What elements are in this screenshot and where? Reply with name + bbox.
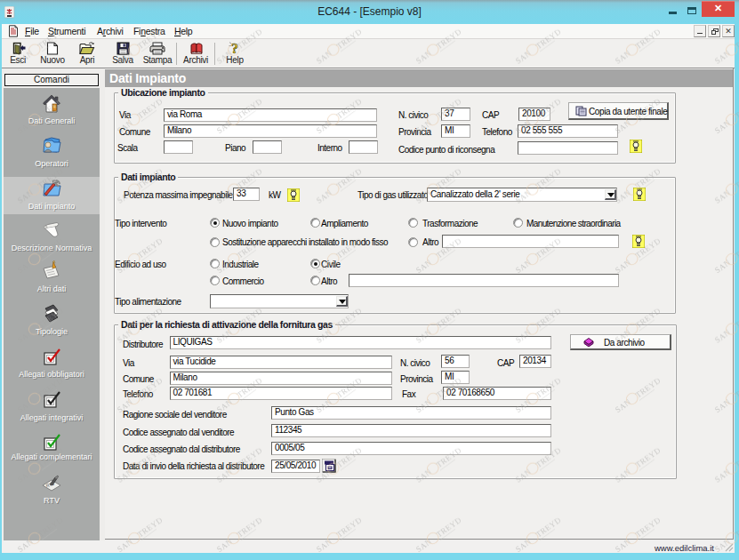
svg-text:?: ? [231,42,238,55]
